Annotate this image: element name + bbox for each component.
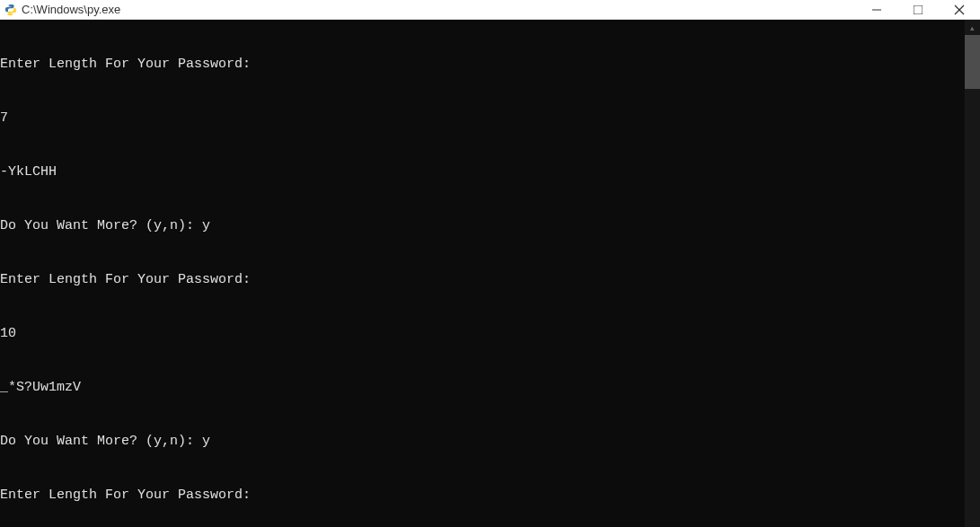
- vertical-scrollbar[interactable]: ▴: [965, 20, 980, 527]
- minimize-icon: [872, 5, 881, 14]
- python-icon: [4, 3, 18, 17]
- scrollbar-thumb[interactable]: [965, 35, 980, 89]
- terminal-line: Do You Want More? (y,n): y: [0, 217, 980, 235]
- terminal-line: 10: [0, 325, 980, 343]
- terminal-line: Enter Length For Your Password:: [0, 271, 980, 289]
- terminal-area[interactable]: Enter Length For Your Password: 7 -YkLCH…: [0, 20, 980, 527]
- maximize-button[interactable]: [897, 0, 939, 20]
- terminal-content: Enter Length For Your Password: 7 -YkLCH…: [0, 20, 980, 527]
- terminal-line: Do You Want More? (y,n): y: [0, 433, 980, 451]
- terminal-line: Enter Length For Your Password:: [0, 56, 980, 74]
- svg-rect-2: [872, 9, 881, 10]
- terminal-line: 7: [0, 110, 980, 127]
- window-titlebar: C:\Windows\py.exe: [0, 0, 980, 20]
- maximize-icon: [914, 5, 923, 14]
- close-button[interactable]: [939, 0, 980, 20]
- terminal-line: _*S?Uw1mzV: [0, 379, 980, 397]
- window-title: C:\Windows\py.exe: [22, 3, 120, 16]
- close-icon: [954, 4, 965, 15]
- minimize-button[interactable]: [856, 0, 897, 20]
- window-controls: [856, 0, 980, 19]
- svg-point-1: [13, 13, 13, 13]
- terminal-line: Enter Length For Your Password:: [0, 487, 980, 505]
- svg-rect-3: [914, 5, 923, 14]
- scroll-up-arrow-icon[interactable]: ▴: [965, 20, 980, 35]
- terminal-line: -YkLCHH: [0, 163, 980, 181]
- titlebar-left: C:\Windows\py.exe: [4, 3, 120, 17]
- svg-point-0: [8, 5, 9, 6]
